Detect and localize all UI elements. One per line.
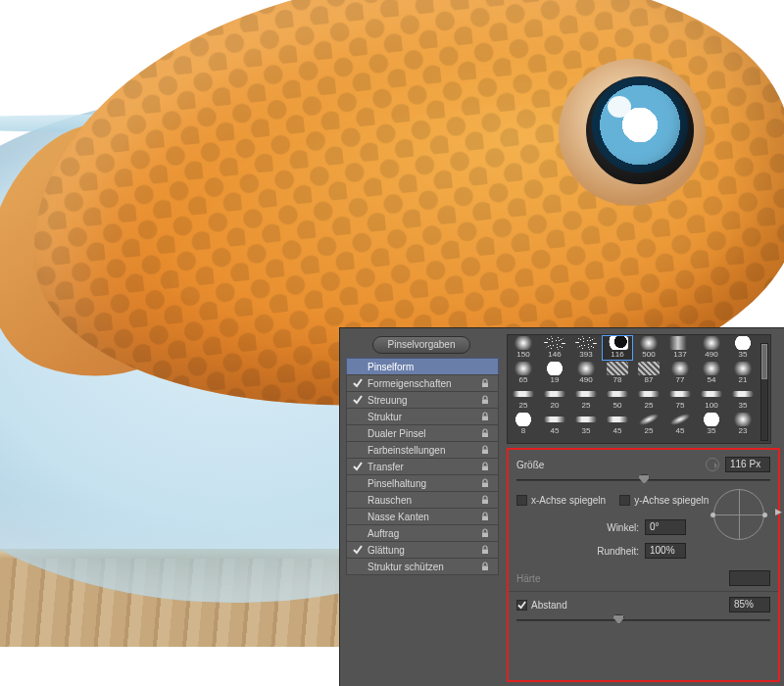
brush-option-streuung[interactable]: Streuung [346, 391, 499, 409]
brush-option-farbeinstellungen[interactable]: Farbeinstellungen [346, 441, 499, 459]
brush-size-number: 490 [579, 375, 592, 384]
spacing-checkbox[interactable]: Abstand [516, 600, 567, 611]
option-label: Pinselform [365, 362, 480, 372]
brush-presets-tab[interactable]: Pinselvorgaben [372, 336, 470, 354]
brush-size-number: 65 [519, 375, 528, 384]
spacing-slider[interactable] [516, 613, 770, 627]
brush-preset-20[interactable]: 20 [539, 386, 570, 412]
brush-preset-35[interactable]: 35 [570, 412, 602, 437]
brush-preset-65[interactable]: 65 [508, 361, 539, 386]
lock-icon[interactable] [480, 495, 494, 505]
brush-preset-78[interactable]: 78 [602, 361, 633, 386]
spacing-slider-knob[interactable] [612, 614, 624, 624]
brush-thumb-icon [701, 391, 722, 397]
brush-preset-25[interactable]: 25 [633, 412, 664, 437]
brush-preset-25[interactable]: 25 [633, 386, 664, 412]
brush-preset-25[interactable]: 25 [570, 386, 602, 412]
brush-preset-23[interactable]: 23 [727, 412, 759, 437]
brush-option-auftrag[interactable]: Auftrag [346, 524, 499, 542]
brush-thumb-icon [544, 336, 565, 350]
brush-preset-45[interactable]: 45 [602, 412, 633, 437]
angle-roundness-widget[interactable] [708, 483, 770, 546]
brush-preset-25[interactable]: 25 [508, 386, 539, 412]
brush-preset-490[interactable]: 490 [570, 361, 602, 386]
brush-preset-490[interactable]: 490 [696, 335, 727, 361]
brush-picker-scrollbar[interactable] [760, 343, 768, 441]
lock-icon[interactable] [480, 412, 494, 421]
scrollbar-thumb[interactable] [761, 344, 767, 379]
brush-thumb-icon [701, 413, 722, 426]
brush-option-pinselhaltung[interactable]: Pinselhaltung [346, 474, 499, 492]
brush-thumb-icon [638, 336, 660, 350]
option-checkbox[interactable] [351, 395, 365, 405]
brush-preset-19[interactable]: 19 [539, 361, 570, 386]
size-value-field[interactable]: 116 Px [725, 457, 770, 472]
brush-thumb-icon [732, 336, 754, 350]
brush-thumb-icon [667, 409, 693, 430]
brush-preset-35[interactable]: 35 [696, 412, 727, 437]
brush-preset-137[interactable]: 137 [664, 335, 696, 361]
lock-icon[interactable] [480, 395, 494, 405]
brush-option-gl-ttung[interactable]: Glättung [346, 541, 499, 559]
brush-preset-77[interactable]: 77 [664, 361, 696, 386]
brush-option-struktur[interactable]: Struktur [346, 408, 499, 425]
lock-icon[interactable] [480, 428, 494, 438]
roundness-label: Rundheit: [584, 546, 645, 557]
lock-icon[interactable] [480, 512, 494, 521]
brush-option-pinselform[interactable]: Pinselform [346, 358, 499, 375]
brush-preset-146[interactable]: 146 [539, 335, 570, 361]
brush-preset-500[interactable]: 500 [633, 335, 664, 361]
brush-size-number: 45 [551, 426, 560, 435]
lock-icon[interactable] [480, 445, 494, 455]
brush-preset-45[interactable]: 45 [539, 412, 570, 437]
lock-icon[interactable] [480, 545, 494, 555]
option-label: Dualer Pinsel [365, 428, 480, 439]
angle-arrow-icon[interactable]: ▶ [775, 507, 782, 516]
brush-preset-50[interactable]: 50 [602, 386, 633, 412]
brush-size-number: 45 [613, 426, 622, 435]
brush-preset-8[interactable]: 8 [508, 412, 539, 437]
size-label: Größe [516, 460, 544, 470]
reset-size-icon[interactable] [706, 458, 719, 471]
option-checkbox[interactable] [351, 462, 365, 471]
option-label: Struktur [365, 412, 480, 422]
brush-preset-54[interactable]: 54 [696, 361, 727, 386]
lock-icon[interactable] [480, 462, 494, 471]
brush-preset-116[interactable]: 116 [602, 335, 633, 361]
brush-option-struktur-sch-tzen[interactable]: Struktur schützen [346, 558, 499, 575]
brush-thumb-icon [732, 391, 754, 397]
brush-preset-45[interactable]: 45 [664, 412, 696, 437]
brush-size-number: 137 [673, 350, 686, 359]
brush-size-number: 19 [551, 375, 560, 384]
angle-value-field[interactable]: 0° [645, 519, 686, 535]
lock-icon[interactable] [480, 528, 494, 538]
brush-option-nasse-kanten[interactable]: Nasse Kanten [346, 508, 499, 525]
flip-x-checkbox[interactable]: x-Achse spiegeln [516, 495, 606, 506]
roundness-value-field[interactable]: 100% [645, 543, 686, 559]
brush-preset-35[interactable]: 35 [727, 386, 759, 412]
lock-icon[interactable] [480, 562, 494, 571]
brush-preset-100[interactable]: 100 [696, 386, 727, 412]
brush-preset-87[interactable]: 87 [633, 361, 664, 386]
svg-rect-7 [482, 500, 488, 505]
brush-option-formeigenschaften[interactable]: Formeigenschaften [346, 374, 499, 392]
spacing-value-field[interactable]: 85% [729, 597, 770, 612]
brush-option-transfer[interactable]: Transfer [346, 458, 499, 475]
brush-option-rauschen[interactable]: Rauschen [346, 491, 499, 509]
size-slider-knob[interactable] [638, 474, 650, 484]
svg-rect-11 [482, 566, 488, 571]
brush-preset-75[interactable]: 75 [664, 386, 696, 412]
option-checkbox[interactable] [351, 545, 365, 555]
brush-preset-35[interactable]: 35 [727, 335, 759, 361]
lock-icon[interactable] [480, 478, 494, 488]
option-label: Auftrag [365, 528, 480, 539]
brush-preset-150[interactable]: 150 [508, 335, 539, 361]
lock-icon[interactable] [480, 378, 494, 388]
flip-y-checkbox[interactable]: y-Achse spiegeln [619, 495, 709, 506]
option-checkbox[interactable] [351, 378, 365, 388]
brush-option-dualer-pinsel[interactable]: Dualer Pinsel [346, 424, 499, 442]
svg-rect-2 [482, 416, 488, 421]
brush-thumb-icon [544, 362, 565, 375]
brush-preset-393[interactable]: 393 [570, 335, 602, 361]
brush-preset-21[interactable]: 21 [727, 361, 759, 386]
